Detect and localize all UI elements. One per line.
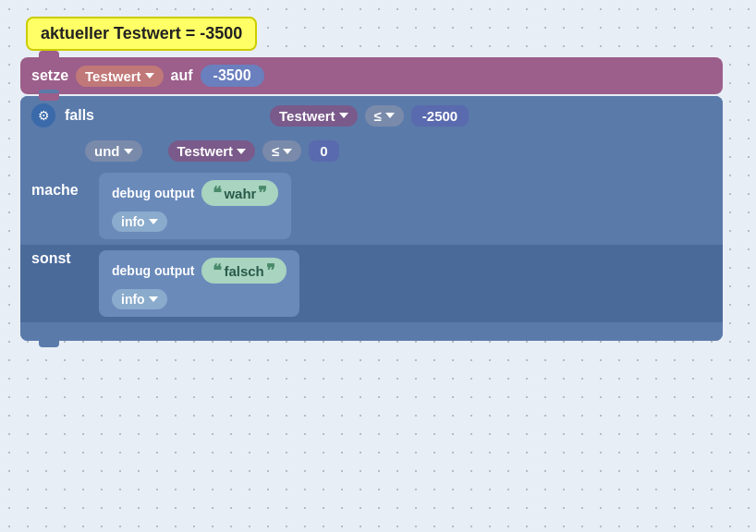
condition2-value[interactable]: 0 — [309, 140, 338, 162]
mache-debug-block: debug output ❝ wahr ❞ info — [99, 173, 291, 239]
gear-icon[interactable]: ⚙ — [31, 103, 55, 127]
falls-block: ⚙ falls Testwert ≤ -2500 und — [20, 96, 723, 341]
variable-name: Testwert — [85, 68, 141, 84]
sonst-info-row: info — [112, 289, 287, 309]
falls-label: falls — [65, 107, 94, 124]
mache-info-row: info — [112, 212, 278, 232]
und-dropdown — [124, 149, 133, 154]
cond2-var-name: Testwert — [177, 143, 234, 159]
mache-value-text: wahr — [224, 186, 256, 201]
mache-label: mache — [31, 173, 91, 199]
cond1-op: ≤ — [374, 108, 382, 124]
sonst-section: sonst debug output ❝ falsch ❞ info — [20, 245, 723, 322]
mache-info-dropdown[interactable]: info — [112, 212, 167, 232]
sonst-debug-block: debug output ❝ falsch ❞ info — [99, 250, 299, 317]
cond2-dropdown — [237, 149, 246, 154]
sonst-open-quote: ❝ — [213, 260, 222, 281]
sonst-info-dropdown[interactable]: info — [112, 289, 167, 309]
cond2-op-dropdown — [283, 149, 292, 154]
cond1-value-text: -2500 — [422, 108, 457, 124]
sonst-debug-label: debug output — [112, 263, 194, 278]
mache-info-arrow — [149, 219, 158, 224]
tooltip-text: aktueller Testwert = -3500 — [41, 24, 242, 42]
condition2-variable[interactable]: Testwert — [168, 140, 256, 162]
condition1-value[interactable]: -2500 — [411, 105, 469, 127]
mache-log-level: info — [121, 214, 145, 229]
condition1-operator[interactable]: ≤ — [365, 105, 404, 127]
sonst-close-quote: ❞ — [266, 260, 275, 281]
testwert-variable-pill[interactable]: Testwert — [76, 66, 164, 87]
cond1-op-dropdown — [385, 113, 395, 118]
falls-header: ⚙ falls Testwert ≤ -2500 — [20, 96, 723, 135]
bottom-notch — [39, 340, 59, 347]
open-quote: ❝ — [213, 183, 222, 203]
und-label: und — [94, 143, 120, 159]
setze-value[interactable]: -3500 — [201, 65, 264, 87]
falls-bottom — [20, 322, 723, 341]
und-connector[interactable]: und — [85, 140, 142, 162]
cond2-value-text: 0 — [320, 143, 327, 159]
sonst-value-text: falsch — [224, 263, 263, 279]
sonst-log-level: info — [121, 292, 145, 307]
mache-debug-row: debug output ❝ wahr ❞ — [112, 180, 278, 206]
setze-block: setze Testwert auf -3500 — [20, 57, 723, 94]
sonst-debug-row: debug output ❝ falsch ❞ — [112, 258, 287, 284]
auf-label: auf — [171, 67, 193, 84]
condition2-row: und Testwert ≤ 0 — [20, 135, 723, 167]
sonst-string-value[interactable]: ❝ falsch ❞ — [201, 258, 286, 284]
cond1-dropdown — [339, 113, 348, 118]
setze-value-text: -3500 — [213, 67, 251, 83]
mache-debug-label: debug output — [112, 186, 194, 200]
blocks-container: setze Testwert auf -3500 ⚙ falls Testwer… — [20, 57, 723, 343]
setze-label: setze — [31, 67, 68, 84]
sonst-info-arrow — [149, 296, 158, 302]
tooltip: aktueller Testwert = -3500 — [26, 17, 257, 51]
mache-string-value[interactable]: ❝ wahr ❞ — [201, 180, 278, 206]
variable-dropdown-arrow — [145, 73, 154, 79]
cond2-op: ≤ — [272, 143, 279, 159]
condition2-operator[interactable]: ≤ — [262, 140, 301, 162]
close-quote: ❞ — [258, 183, 267, 203]
mache-section: mache debug output ❝ wahr ❞ info — [20, 167, 723, 245]
sonst-label: sonst — [31, 250, 91, 267]
cond1-var-name: Testwert — [279, 108, 335, 124]
condition1-variable[interactable]: Testwert — [270, 105, 358, 127]
